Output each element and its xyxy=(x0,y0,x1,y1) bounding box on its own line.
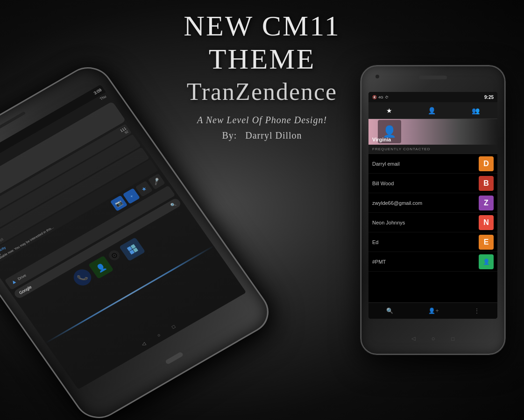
right-recents-nav[interactable]: □ xyxy=(452,336,455,342)
contact-name-darryl: Darryl email xyxy=(372,161,400,167)
contact-avatar-neon: N xyxy=(479,215,494,230)
tab-groups[interactable]: 👥 xyxy=(472,107,480,114)
contact-name-pmt: #PMT xyxy=(372,259,386,265)
right-bottom-bar: 🔍 👤+ ⋮ xyxy=(368,302,497,319)
add-contact-icon[interactable]: 👤+ xyxy=(428,308,439,314)
search-action-icon[interactable]: 🔍 xyxy=(386,308,393,314)
contact-avatar-zwylde: Z xyxy=(479,196,494,210)
contact-item[interactable]: zwylde66@gmail.com Z xyxy=(368,193,497,213)
sub-title: TranZendence xyxy=(131,78,393,105)
frequently-contacted-label: FREQUENTLY CONTACTED xyxy=(368,145,497,154)
right-home-nav[interactable]: ○ xyxy=(432,335,435,343)
contact-name-ed: Ed xyxy=(372,239,378,245)
contact-avatar-pmt: 👤 xyxy=(479,254,494,269)
contact-name-neon: Neon Johnnys xyxy=(372,220,405,225)
contact-name-billwood: Bill Wood xyxy=(372,181,394,186)
tab-contacts[interactable]: 👤 xyxy=(428,107,436,114)
tagline: A New Level Of Phone Design! xyxy=(131,115,393,126)
author: By: Darryl Dillon xyxy=(131,130,393,141)
back-nav[interactable]: ◁ xyxy=(141,341,147,347)
recents-nav[interactable]: □ xyxy=(170,324,176,329)
contact-avatar-ed: E xyxy=(479,235,494,250)
title-area: NEW CM11 THEME TranZendence A New Level … xyxy=(131,9,393,141)
right-phone-speaker xyxy=(419,76,447,79)
author-name: Darryl Dillon xyxy=(245,130,302,140)
right-nav-bar: ◁ ○ □ xyxy=(361,328,504,349)
contact-item[interactable]: #PMT 👤 xyxy=(368,252,497,272)
home-nav[interactable]: ○ xyxy=(156,332,162,338)
drive-label: Drive xyxy=(17,273,27,281)
contact-item[interactable]: Darryl email D xyxy=(368,154,497,174)
main-title: NEW CM11 THEME xyxy=(131,9,393,76)
right-back-nav[interactable]: ◁ xyxy=(411,336,415,342)
contact-item[interactable]: Neon Johnnys N xyxy=(368,213,497,232)
more-options-icon[interactable]: ⋮ xyxy=(474,308,480,314)
dock-phone[interactable]: 📞 xyxy=(71,266,95,289)
dock-apps[interactable] xyxy=(119,238,146,261)
contact-avatar-darryl: D xyxy=(479,156,494,171)
contact-item[interactable]: Ed E xyxy=(368,232,497,252)
right-time: 9:25 xyxy=(484,95,494,100)
contact-name-zwylde: zwylde66@gmail.com xyxy=(372,200,422,206)
contact-list: Darryl email D Bill Wood B zwylde66@gmai… xyxy=(368,154,497,272)
dock-contacts[interactable]: 👤 xyxy=(88,256,114,279)
dock-home[interactable]: ⊙ xyxy=(107,249,122,262)
contact-item[interactable]: Bill Wood B xyxy=(368,174,497,193)
google-label: Google xyxy=(18,285,33,295)
contact-avatar-billwood: B xyxy=(479,176,494,191)
author-label: By: xyxy=(222,130,237,140)
